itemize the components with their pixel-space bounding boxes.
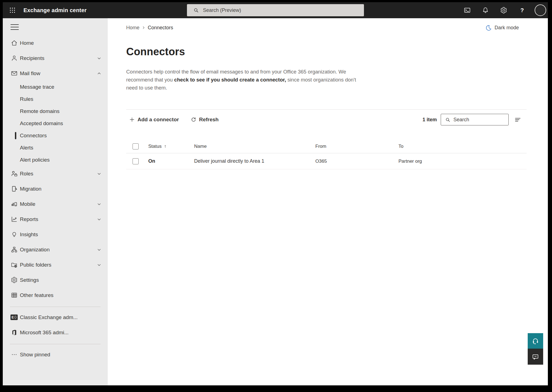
sidebar-item-home[interactable]: Home: [3, 35, 108, 51]
add-connector-button[interactable]: Add a connector: [126, 115, 182, 124]
sidebar-item-remote-domains[interactable]: Remote domains: [3, 105, 108, 117]
global-search-input[interactable]: [203, 7, 352, 13]
sidebar-item-organization[interactable]: Organization: [3, 242, 108, 257]
main-content: Home Connectors Dark mode Connectors Con…: [108, 18, 548, 385]
svg-text:?: ?: [521, 7, 524, 13]
feedback-bubble-icon: [532, 353, 539, 361]
left-nav: Home Recipients Mail flow: [3, 18, 108, 385]
sidebar-nav: Home Recipients Mail flow: [3, 35, 108, 362]
breadcrumb-home-link[interactable]: Home: [126, 25, 139, 31]
column-label: From: [315, 144, 326, 149]
app-window: Exchange admin center: [3, 2, 548, 385]
section-divider: [126, 109, 527, 110]
chevron-down-icon: [97, 171, 102, 176]
exchange-logo-icon: E: [10, 314, 18, 321]
app-launcher-icon[interactable]: [7, 5, 18, 16]
filter-icon[interactable]: [513, 115, 522, 124]
account-avatar[interactable]: [535, 4, 546, 16]
feedback-button[interactable]: [528, 349, 543, 365]
sort-ascending-icon: [163, 144, 167, 149]
sidebar-item-message-trace[interactable]: Message trace: [3, 81, 108, 93]
plus-icon: [129, 117, 135, 123]
refresh-icon: [191, 117, 197, 123]
powershell-terminal-icon[interactable]: [462, 5, 473, 16]
svg-text:E: E: [12, 315, 14, 319]
roles-icon: [10, 170, 18, 177]
insights-lightbulb-icon: [10, 231, 18, 238]
sidebar-item-rules[interactable]: Rules: [3, 93, 108, 105]
dark-mode-toggle[interactable]: Dark mode: [485, 25, 527, 31]
sidebar-divider: [10, 307, 101, 307]
row-checkbox[interactable]: [133, 158, 139, 164]
sidebar-item-label: Mail flow: [20, 70, 40, 77]
sidebar-item-other-features[interactable]: Other features: [3, 288, 108, 303]
sidebar-item-accepted-domains[interactable]: Accepted domains: [3, 117, 108, 130]
sidebar-item-recipients[interactable]: Recipients: [3, 51, 108, 66]
sidebar-item-alerts[interactable]: Alerts: [3, 142, 108, 154]
search-icon: [445, 117, 451, 123]
column-header-status[interactable]: Status: [148, 144, 194, 149]
reports-icon: [10, 216, 18, 223]
sidebar-item-label: Show pinned: [20, 352, 50, 358]
column-label: Name: [194, 144, 207, 149]
column-label: To: [398, 144, 403, 149]
select-all-checkbox[interactable]: [133, 143, 139, 149]
sidebar-item-classic-exchange-admin[interactable]: E Classic Exchange adm...: [3, 310, 108, 325]
column-header-from[interactable]: From: [315, 144, 398, 149]
sidebar-item-alert-policies[interactable]: Alert policies: [3, 154, 108, 166]
sidebar-item-microsoft-365-admin[interactable]: Microsoft 365 admi...: [3, 325, 108, 340]
help-support-button[interactable]: [528, 333, 543, 349]
mail-icon: [10, 70, 18, 77]
page-description: Connectors help control the flow of emai…: [126, 68, 360, 92]
chevron-up-icon: [97, 71, 102, 76]
sidebar-item-insights[interactable]: Insights: [3, 227, 108, 242]
sidebar-item-mobile[interactable]: Mobile: [3, 196, 108, 212]
list-search[interactable]: [441, 114, 509, 125]
list-search-input[interactable]: [453, 117, 500, 123]
refresh-button[interactable]: Refresh: [188, 115, 221, 124]
sidebar-item-label: Organization: [20, 247, 50, 253]
sidebar-item-label: Roles: [20, 171, 33, 177]
sidebar-item-public-folders[interactable]: Public folders: [3, 257, 108, 272]
sidebar-item-label: Rules: [20, 96, 33, 102]
settings-gear-icon[interactable]: [498, 5, 509, 16]
column-header-to[interactable]: To: [398, 144, 527, 149]
migration-icon: [10, 185, 18, 193]
sidebar-item-label: Recipients: [20, 55, 44, 61]
description-link[interactable]: check to see if you should create a conn…: [174, 77, 286, 83]
help-icon[interactable]: ?: [516, 5, 527, 16]
cell-to: Partner org: [398, 159, 527, 164]
connectors-table: Status Name From To On Deliver journal d…: [126, 140, 527, 169]
breadcrumb-separator-icon: [142, 26, 146, 30]
app-title: Exchange admin center: [23, 7, 87, 14]
person-icon: [10, 55, 18, 62]
sidebar-item-settings[interactable]: Settings: [3, 272, 108, 288]
sidebar-item-label: Message trace: [20, 84, 54, 90]
ellipsis-icon: [10, 351, 18, 358]
sidebar-item-roles[interactable]: Roles: [3, 166, 108, 181]
add-connector-label: Add a connector: [138, 117, 179, 123]
chevron-down-icon: [97, 262, 102, 267]
sidebar-item-reports[interactable]: Reports: [3, 212, 108, 227]
cell-from: O365: [315, 159, 398, 164]
column-header-name[interactable]: Name: [194, 144, 315, 149]
mobile-icon: [10, 201, 18, 208]
sidebar-item-mail-flow[interactable]: Mail flow: [3, 66, 108, 81]
column-label: Status: [148, 144, 162, 149]
cell-status: On: [148, 158, 194, 164]
sidebar-item-migration[interactable]: Migration: [3, 181, 108, 196]
sidebar-item-show-pinned[interactable]: Show pinned: [3, 347, 108, 362]
sidebar-divider: [10, 344, 101, 344]
notifications-bell-icon[interactable]: [480, 5, 491, 16]
sidebar-item-label: Reports: [20, 216, 38, 222]
sidebar-item-connectors[interactable]: Connectors: [3, 130, 108, 142]
breadcrumb-current: Connectors: [148, 25, 173, 31]
cell-name[interactable]: Deliver journal directly to Area 1: [194, 158, 315, 164]
organization-icon: [10, 246, 18, 253]
sidebar-item-label: Remote domains: [20, 108, 60, 114]
nav-collapse-icon[interactable]: [10, 24, 19, 30]
table-header-row: Status Name From To: [126, 140, 527, 153]
global-search[interactable]: [187, 4, 364, 16]
sidebar-item-label: Alerts: [20, 145, 33, 151]
sidebar-item-label: Public folders: [20, 262, 51, 268]
